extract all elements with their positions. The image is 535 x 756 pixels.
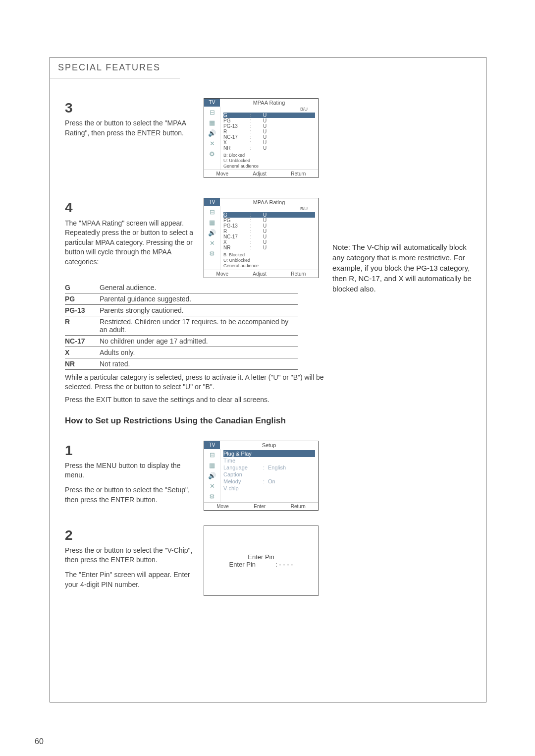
osd-mpaa-rating-2: TV MPAA Rating ⊟ ▦ 🔊 ✕ ⚙ B/U G:U [204,198,319,278]
osd-tab: TV [204,198,220,206]
picture-icon: ▦ [209,219,215,226]
osd-mpaa-rating: TV MPAA Rating ⊟ ▦ 🔊 ✕ ⚙ B/U G:U [204,98,319,178]
step-number: 2 [65,525,194,545]
step-3-text: 3 Press the or button to select the "MPA… [65,98,194,138]
exit-paragraph: Press the EXIT button to save the settin… [65,395,347,405]
subheading: How to Set up Restrictions Using the Can… [65,416,471,426]
mpaa-rating-table: GGeneral audience. PGParental guidance s… [65,282,298,370]
step-body: Press the or button to select the "MPAA … [65,119,186,137]
step-number: 3 [65,98,194,117]
settings-icon: ⚙ [209,150,215,158]
setup-icon: ✕ [210,140,215,147]
sound-icon: 🔊 [208,129,216,137]
pin-label: Enter Pin [229,561,256,568]
osd-icon-column: ⊟ ▦ 🔊 ✕ ⚙ [204,206,220,269]
step-body: The "Enter Pin" screen will appear. Ente… [65,570,194,589]
sound-icon: 🔊 [208,472,216,479]
step-body: Press the or button to select the "V-Chi… [65,546,194,565]
activate-paragraph: While a particular category is selected,… [65,373,347,392]
manual-page: SPECIAL FEATURES 3 Press the or button t… [50,57,486,702]
sound-icon: 🔊 [208,229,216,236]
step-body: Press the MENU button to display the men… [65,461,194,480]
osd-setup: TV Setup ⊟ ▦ 🔊 ✕ ⚙ Plug & Play Time Lang… [204,441,319,511]
osd-enter-pin: Enter Pin Enter Pin : - - - - [204,525,319,596]
osd-list: G:U PG:U PG-13:U R:U NC-17:U X:U NR:U [220,112,318,152]
step-number: 4 [65,198,194,217]
osd-title: MPAA Rating [220,198,318,206]
page-content: 3 Press the or button to select the "MPA… [50,98,486,713]
settings-icon: ⚙ [209,250,215,257]
osd-header-bu: B/U [300,107,315,112]
step-3: 3 Press the or button to select the "MPA… [65,98,471,178]
settings-icon: ⚙ [209,493,215,500]
osd-title: MPAA Rating [220,99,318,107]
step-2: 2 Press the or button to select the "V-C… [65,525,471,596]
section-header: SPECIAL FEATURES [50,58,180,78]
setup-icon: ✕ [210,239,215,247]
step-4-text: 4 The "MPAA Rating" screen will appear. … [65,198,194,267]
osd-tab: TV [204,99,220,107]
picture-icon: ▦ [209,119,215,126]
antenna-icon: ⊟ [210,208,215,216]
step-number: 1 [65,441,194,460]
antenna-icon: ⊟ [210,451,215,459]
picture-icon: ▦ [209,462,215,469]
page-number: 60 [35,737,44,746]
antenna-icon: ⊟ [210,109,215,116]
step-body: The "MPAA Rating" screen will appear. Re… [65,219,193,266]
osd-icon-column: ⊟ ▦ 🔊 ✕ ⚙ [204,107,220,170]
step-1: 1 Press the MENU button to display the m… [65,441,471,511]
setup-icon: ✕ [210,482,215,490]
pin-title: Enter Pin [248,553,274,561]
step-body: Press the or button to select the "Setup… [65,485,194,505]
vchip-note: Note: The V-Chip will automatically bloc… [332,242,476,294]
pin-value: : - - - - [275,561,293,568]
